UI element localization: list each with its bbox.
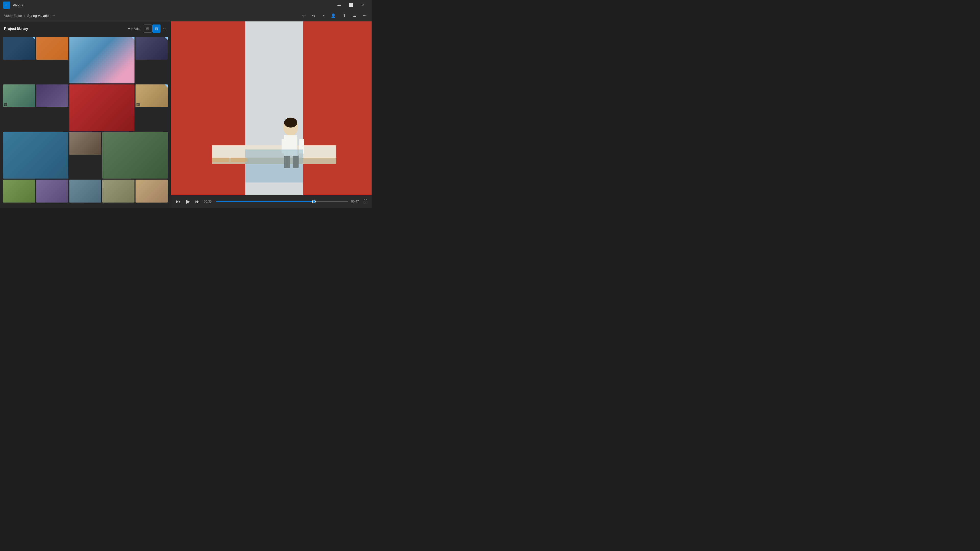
main-content: Project library + + Add ⊞ ⊟ ← — [0, 21, 372, 208]
library-grid: ⊞ ⊞ — [0, 35, 171, 208]
redo-button[interactable]: ↪ — [311, 12, 317, 19]
add-icon: + — [127, 26, 130, 31]
more-icon: ••• — [363, 14, 366, 17]
total-time: 00:47 — [351, 200, 360, 203]
window-controls: — ⬜ ✕ — [333, 1, 369, 9]
music-icon: ♪ — [322, 14, 324, 18]
music-button[interactable]: ♪ — [321, 13, 325, 19]
library-actions: + + Add ⊞ ⊟ ← — [126, 24, 167, 33]
people-icon: 👤 — [331, 13, 336, 18]
back-button[interactable]: ← — [3, 2, 10, 9]
collapse-icon: ← — [162, 26, 167, 30]
share-button[interactable]: ⬆ — [342, 12, 347, 19]
grid-large-icon: ⊟ — [155, 27, 158, 30]
maximize-button[interactable]: ⬜ — [345, 1, 357, 9]
more-button[interactable]: ••• — [362, 13, 368, 19]
list-item[interactable] — [69, 37, 135, 83]
list-item[interactable] — [3, 37, 35, 60]
skip-forward-icon: ⏭ — [195, 199, 200, 204]
view-small-grid-button[interactable]: ⊞ — [144, 24, 152, 33]
add-label: + Add — [131, 27, 140, 30]
library-title: Project library — [4, 27, 28, 30]
cloud-button[interactable]: ☁ — [352, 12, 358, 19]
item-icon: ⊞ — [136, 103, 140, 106]
close-button[interactable]: ✕ — [357, 1, 369, 9]
play-icon: ▶ — [186, 198, 190, 205]
svg-rect-2 — [303, 21, 372, 195]
list-item[interactable] — [69, 132, 102, 155]
add-media-button[interactable]: + + Add — [126, 25, 142, 32]
preview-image — [171, 21, 372, 195]
list-item[interactable] — [36, 37, 68, 60]
list-item[interactable] — [69, 179, 102, 203]
video-preview — [171, 21, 372, 195]
list-item[interactable] — [36, 84, 68, 107]
current-time: 00:35 — [204, 200, 213, 203]
list-item[interactable]: ⊞ — [3, 84, 35, 107]
list-item[interactable] — [102, 132, 168, 179]
svg-rect-1 — [171, 21, 245, 195]
preview-panel: ⏮ ▶ ⏭ 00:35 00:47 ⛶ — [171, 21, 372, 208]
redo-icon: ↪ — [312, 13, 315, 18]
titlebar: ← Photos — ⬜ ✕ — [0, 0, 372, 10]
collapse-library-button[interactable]: ← — [162, 26, 167, 31]
list-item[interactable] — [102, 179, 135, 203]
view-toggle: ⊞ ⊟ — [144, 24, 161, 33]
header-actions: ↩ ↪ ♪ 👤 ⬆ ☁ ••• — [301, 12, 368, 19]
skip-back-icon: ⏮ — [176, 199, 181, 204]
people-button[interactable]: 👤 — [330, 12, 337, 19]
item-icon: ⊞ — [4, 103, 7, 106]
project-title: Spring Vacation — [27, 14, 51, 17]
video-editor-link[interactable]: Video Editor — [4, 14, 22, 17]
svg-rect-15 — [231, 158, 247, 162]
breadcrumb: Video Editor › Spring Vacation ✏ — [4, 14, 55, 17]
skip-back-button[interactable]: ⏮ — [175, 198, 182, 205]
project-library-panel: Project library + + Add ⊞ ⊟ ← — [0, 21, 171, 208]
svg-rect-14 — [212, 158, 229, 162]
list-item[interactable] — [3, 179, 35, 203]
header: Video Editor › Spring Vacation ✏ ↩ ↪ ♪ 👤… — [0, 10, 372, 21]
fullscreen-icon: ⛶ — [363, 199, 368, 203]
fullscreen-button[interactable]: ⛶ — [363, 199, 368, 204]
edit-title-icon[interactable]: ✏ — [52, 14, 55, 17]
svg-rect-13 — [245, 149, 303, 183]
progress-bar[interactable] — [216, 201, 348, 202]
svg-point-12 — [284, 118, 298, 127]
list-item[interactable] — [69, 84, 135, 131]
list-item[interactable] — [135, 179, 168, 203]
progress-fill — [216, 201, 314, 202]
share-icon: ⬆ — [342, 13, 346, 18]
grid-small-icon: ⊞ — [146, 27, 149, 30]
list-item[interactable]: ⊞ — [135, 84, 168, 107]
cloud-icon: ☁ — [352, 13, 356, 18]
list-item[interactable] — [3, 132, 68, 179]
undo-icon: ↩ — [302, 13, 305, 18]
view-large-grid-button[interactable]: ⊟ — [152, 24, 161, 33]
breadcrumb-separator: › — [24, 14, 25, 17]
library-header: Project library + + Add ⊞ ⊟ ← — [0, 21, 171, 35]
titlebar-left: ← Photos — [3, 2, 23, 9]
video-controls: ⏮ ▶ ⏭ 00:35 00:47 ⛶ — [171, 195, 372, 208]
progress-thumb — [312, 200, 316, 203]
skip-forward-button[interactable]: ⏭ — [194, 198, 201, 205]
list-item[interactable] — [135, 37, 168, 60]
app-title: Photos — [13, 3, 23, 7]
minimize-button[interactable]: — — [333, 1, 345, 9]
undo-button[interactable]: ↩ — [301, 12, 307, 19]
back-icon: ← — [5, 3, 8, 7]
list-item[interactable] — [36, 179, 68, 203]
play-button[interactable]: ▶ — [185, 197, 191, 206]
